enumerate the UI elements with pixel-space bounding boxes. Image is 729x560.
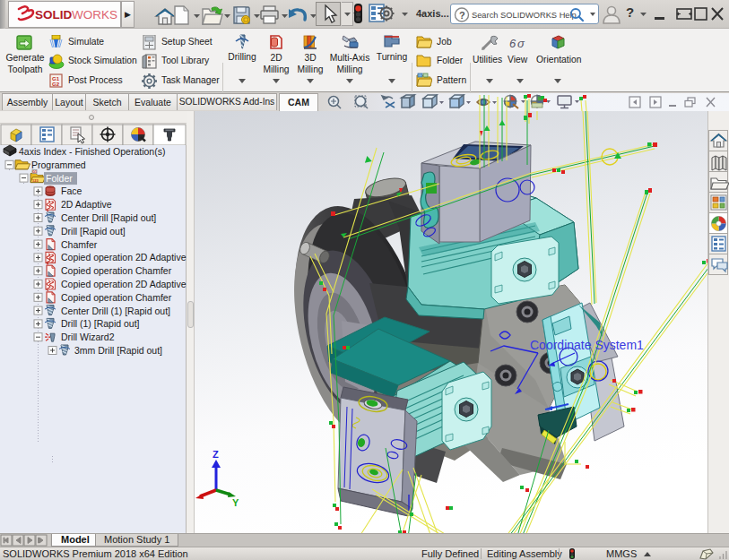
svg-text:Center Drill (1) [Rapid out]: Center Drill (1) [Rapid out] [61, 305, 170, 315]
svg-text:Copied operation Chamfer: Copied operation Chamfer [61, 291, 172, 302]
svg-text:Drill Wizard2: Drill Wizard2 [61, 332, 115, 342]
svg-text:Copied operation 2D Adaptive: Copied operation 2D Adaptive [61, 279, 187, 289]
svg-text:Z: Z [213, 449, 219, 460]
svg-text:G1: G1 [32, 169, 38, 174]
svg-text:Copied operation Chamfer: Copied operation Chamfer [61, 265, 172, 276]
svg-text:123: 123 [32, 177, 39, 182]
svg-text:4axis Index - Finished Operati: 4axis Index - Finished Operation(s) [19, 146, 165, 157]
svg-text:Folder: Folder [46, 172, 73, 183]
svg-text:Programmed: Programmed [31, 159, 86, 169]
svg-text:2D Adaptive: 2D Adaptive [61, 199, 112, 210]
svg-text:σ: σ [517, 37, 525, 50]
svg-text:Y: Y [232, 497, 239, 508]
svg-text:SOLID: SOLID [35, 8, 73, 22]
svg-text:6: 6 [509, 37, 516, 50]
svg-text:WORKS: WORKS [72, 8, 117, 22]
svg-text:?: ? [459, 10, 465, 21]
svg-text:Center Drill [Rapid out]: Center Drill [Rapid out] [61, 212, 156, 223]
svg-text:Copied operation 2D Adaptive: Copied operation 2D Adaptive [61, 252, 187, 263]
svg-text:3mm Drill [Rapid out]: 3mm Drill [Rapid out] [74, 345, 162, 356]
svg-text:Drill (1) [Rapid out]: Drill (1) [Rapid out] [61, 318, 140, 329]
svg-text:Chamfer: Chamfer [61, 238, 98, 249]
svg-text:Search SOLIDWORKS Help: Search SOLIDWORKS Help [472, 11, 577, 20]
svg-text:Coordinate System1: Coordinate System1 [530, 338, 644, 352]
svg-text:Face: Face [61, 185, 82, 196]
svg-text:Drill [Rapid out]: Drill [Rapid out] [61, 225, 126, 236]
